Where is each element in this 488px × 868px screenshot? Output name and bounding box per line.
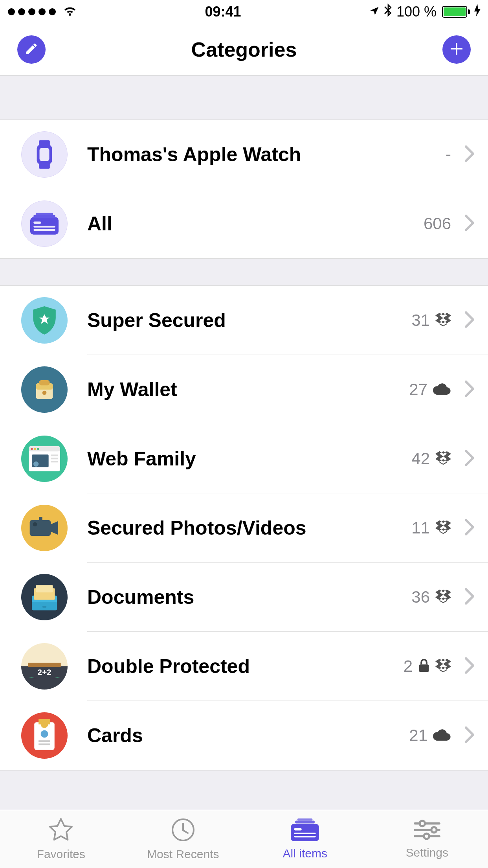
- category-label: Documents: [87, 586, 411, 609]
- status-left: [8, 4, 77, 20]
- svg-point-53: [431, 827, 437, 833]
- tab-star[interactable]: Favorites: [0, 810, 122, 868]
- chevron-right-icon: [464, 215, 475, 233]
- tab-sliders[interactable]: Settings: [366, 810, 488, 868]
- category-count: 42: [411, 449, 430, 468]
- category-meta: -: [446, 145, 451, 164]
- category-label: Double Protected: [87, 655, 404, 678]
- category-row[interactable]: My Wallet27: [0, 355, 488, 424]
- content-scroll[interactable]: Thomas's Apple Watch-All606 Super Secure…: [0, 75, 488, 810]
- edit-button[interactable]: [17, 35, 46, 64]
- svg-point-40: [41, 730, 48, 737]
- wifi-icon: [63, 4, 77, 20]
- dropbox-icon: [435, 658, 451, 674]
- dropbox-icon: [435, 589, 451, 605]
- signal-strength-icon: [8, 8, 56, 15]
- chevron-right-icon: [464, 519, 475, 537]
- category-meta: 42: [411, 449, 451, 468]
- category-label: Cards: [87, 724, 409, 747]
- star-icon: [48, 818, 73, 844]
- category-meta: 11: [411, 519, 451, 537]
- svg-rect-42: [39, 743, 50, 745]
- add-button[interactable]: [442, 35, 471, 64]
- category-meta: 27: [409, 380, 451, 399]
- category-row[interactable]: Thomas's Apple Watch-: [0, 120, 488, 189]
- svg-rect-24: [30, 520, 51, 536]
- tab-label: Settings: [406, 846, 448, 859]
- category-meta: 2: [404, 657, 451, 676]
- status-time: 09:41: [205, 4, 241, 20]
- svg-marker-25: [51, 521, 58, 535]
- category-count: 606: [424, 214, 451, 233]
- dropbox-icon: [435, 451, 451, 467]
- charging-icon: [474, 4, 481, 20]
- category-row[interactable]: Secured Photos/Videos11: [0, 493, 488, 563]
- tab-label: Favorites: [37, 848, 85, 861]
- svg-point-17: [34, 448, 36, 450]
- chevron-right-icon: [464, 588, 475, 606]
- nav-bar: Categories: [0, 24, 488, 75]
- tab-allitems[interactable]: All items: [244, 810, 366, 868]
- section-top: Thomas's Apple Watch-All606: [0, 120, 488, 259]
- svg-rect-30: [36, 585, 53, 592]
- svg-rect-32: [42, 606, 47, 608]
- svg-text:2+2: 2+2: [37, 668, 51, 677]
- wallet-icon: [21, 366, 68, 413]
- svg-rect-7: [33, 221, 41, 224]
- category-row[interactable]: Cards21: [0, 701, 488, 770]
- category-label: Super Secured: [87, 309, 411, 332]
- cloud-icon: [433, 728, 451, 743]
- svg-rect-15: [29, 446, 60, 451]
- svg-point-39: [41, 721, 48, 728]
- category-row[interactable]: All606: [0, 189, 488, 258]
- category-meta: 606: [424, 214, 451, 233]
- category-count: 21: [409, 726, 427, 745]
- category-label: Secured Photos/Videos: [87, 517, 411, 539]
- svg-rect-48: [294, 832, 316, 834]
- category-row[interactable]: Documents36: [0, 563, 488, 632]
- svg-point-18: [37, 448, 39, 450]
- tab-clock[interactable]: Most Recents: [122, 810, 244, 868]
- clock-icon: [171, 818, 195, 844]
- category-meta: 31: [411, 311, 451, 330]
- svg-point-13: [42, 391, 47, 395]
- svg-rect-21: [51, 454, 58, 456]
- location-icon: [369, 4, 380, 20]
- status-right: 100 %: [369, 4, 481, 20]
- shield-icon: [21, 297, 68, 344]
- battery-icon: [440, 6, 470, 18]
- category-count: 31: [411, 311, 430, 330]
- plus-icon: [449, 41, 464, 58]
- svg-point-26: [33, 522, 37, 526]
- dropbox-icon: [435, 520, 451, 536]
- documents-icon: [21, 574, 68, 620]
- svg-rect-12: [39, 380, 50, 385]
- svg-point-55: [424, 833, 429, 839]
- pencil-icon: [24, 42, 39, 57]
- cloud-icon: [433, 383, 451, 397]
- allitems-icon: [291, 818, 319, 843]
- chevron-right-icon: [464, 381, 475, 399]
- svg-point-16: [31, 448, 33, 450]
- battery-percent: 100 %: [396, 4, 437, 20]
- category-row[interactable]: 2+2Double Protected2: [0, 632, 488, 701]
- svg-rect-49: [294, 836, 316, 837]
- category-count: 27: [409, 380, 427, 399]
- page-title: Categories: [191, 38, 297, 61]
- svg-rect-3: [40, 148, 50, 161]
- category-meta: 36: [411, 588, 451, 607]
- category-count: -: [446, 145, 451, 164]
- category-count: 36: [411, 588, 430, 607]
- chevron-right-icon: [464, 657, 475, 675]
- category-label: My Wallet: [87, 378, 409, 401]
- category-row[interactable]: Web Family42: [0, 424, 488, 493]
- category-label: Thomas's Apple Watch: [87, 143, 446, 166]
- chevron-right-icon: [464, 311, 475, 329]
- section-spacer: [0, 75, 488, 120]
- chevron-right-icon: [464, 726, 475, 745]
- svg-rect-41: [39, 740, 50, 742]
- all-icon: [21, 200, 68, 247]
- category-row[interactable]: Super Secured31: [0, 286, 488, 355]
- category-meta: 21: [409, 726, 451, 745]
- bluetooth-icon: [384, 4, 393, 20]
